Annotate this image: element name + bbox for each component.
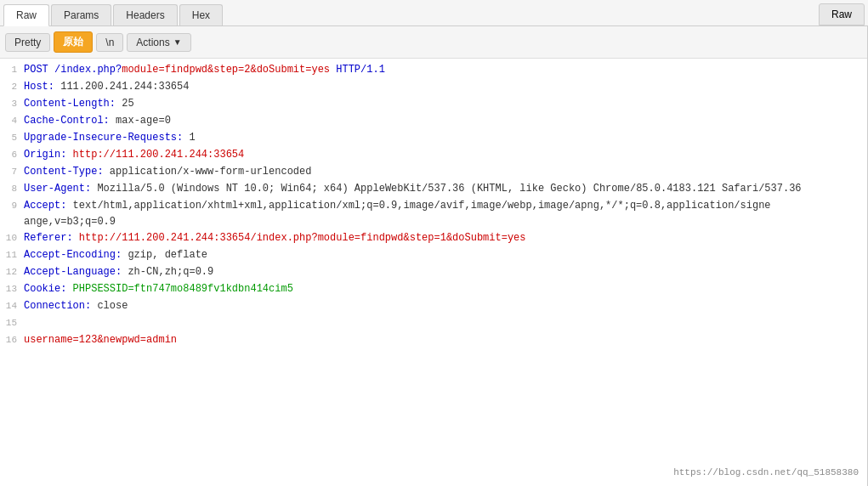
- line-number: 1: [0, 62, 24, 78]
- text-segment: Referer:: [24, 232, 79, 244]
- text-segment: http://111.200.241.244:33654/index.php?m…: [79, 232, 526, 244]
- text-segment: zh-CN,zh;q=0.9: [128, 266, 213, 278]
- line-content: username=123&newpwd=admin: [24, 332, 867, 348]
- actions-button[interactable]: Actions ▼: [127, 33, 190, 52]
- table-row: 7Content-Type: application/x-www-form-ur…: [0, 164, 867, 181]
- line-number: 14: [0, 298, 24, 314]
- tab-headers[interactable]: Headers: [113, 4, 177, 25]
- line-content: Cache-Control: max-age=0: [24, 113, 867, 129]
- line-number: 10: [0, 230, 24, 246]
- line-content: Upgrade-Insecure-Requests: 1: [24, 130, 867, 146]
- line-number: 3: [0, 96, 24, 112]
- line-content: Content-Type: application/x-www-form-url…: [24, 164, 867, 180]
- line-content: Content-Length: 25: [24, 96, 867, 112]
- content-area[interactable]: 1POST /index.php?module=findpwd&step=2&d…: [0, 59, 867, 486]
- line-number: 6: [0, 147, 24, 163]
- text-segment: 111.200.241.244:33654: [60, 81, 189, 93]
- line-number: 2: [0, 79, 24, 95]
- table-row: 11Accept-Encoding: gzip, deflate: [0, 247, 867, 264]
- line-content: Accept: text/html,application/xhtml+xml,…: [24, 198, 867, 230]
- line-number: 15: [0, 315, 24, 331]
- table-row: 9Accept: text/html,application/xhtml+xml…: [0, 198, 867, 230]
- text-segment: Content-Type:: [24, 166, 110, 178]
- top-right-raw-button[interactable]: Raw: [819, 3, 865, 25]
- text-segment: text/html,application/xhtml+xml,applicat…: [24, 200, 771, 228]
- table-row: 8User-Agent: Mozilla/5.0 (Windows NT 10.…: [0, 181, 867, 198]
- text-segment: 1: [189, 132, 195, 144]
- text-segment: Cookie:: [24, 283, 73, 295]
- table-row: 2Host: 111.200.241.244:33654: [0, 79, 867, 96]
- text-segment: Connection:: [24, 300, 97, 312]
- line-number: 9: [0, 198, 24, 214]
- line-number: 11: [0, 247, 24, 263]
- text-segment: Cache-Control:: [24, 115, 116, 127]
- line-number: 7: [0, 164, 24, 180]
- text-segment: Origin:: [24, 149, 73, 161]
- newline-button[interactable]: \n: [96, 33, 123, 52]
- text-segment: Host:: [24, 81, 60, 93]
- table-row: 12Accept-Language: zh-CN,zh;q=0.9: [0, 264, 867, 281]
- text-segment: Upgrade-Insecure-Requests:: [24, 132, 189, 144]
- table-row: 6Origin: http://111.200.241.244:33654: [0, 147, 867, 164]
- table-row: 10Referer: http://111.200.241.244:33654/…: [0, 230, 867, 247]
- line-number: 16: [0, 332, 24, 348]
- left-panel: Pretty 原始 \n Actions ▼ 1POST /index.php?…: [0, 26, 868, 486]
- tab-raw[interactable]: Raw: [3, 4, 49, 26]
- text-segment: PHPSESSID=ftn747mo8489fv1kdbn414cim5: [73, 283, 293, 295]
- line-content: Accept-Language: zh-CN,zh;q=0.9: [24, 264, 867, 280]
- table-row: 13Cookie: PHPSESSID=ftn747mo8489fv1kdbn4…: [0, 281, 867, 298]
- sub-toolbar: Pretty 原始 \n Actions ▼: [0, 26, 867, 59]
- line-number: 12: [0, 264, 24, 280]
- text-segment: http://111.200.241.244:33654: [73, 149, 245, 161]
- text-segment: module=findpwd&step=2&doSubmit=yes: [122, 64, 330, 76]
- text-segment: username=123&newpwd=admin: [24, 334, 177, 346]
- text-segment: gzip, deflate: [128, 249, 207, 261]
- line-number: 8: [0, 181, 24, 197]
- text-segment: Accept-Language:: [24, 266, 128, 278]
- line-content: Origin: http://111.200.241.244:33654: [24, 147, 867, 163]
- line-content: User-Agent: Mozilla/5.0 (Windows NT 10.0…: [24, 181, 867, 197]
- table-row: 3Content-Length: 25: [0, 96, 867, 113]
- line-content: POST /index.php?module=findpwd&step=2&do…: [24, 62, 867, 78]
- text-segment: Mozilla/5.0 (Windows NT 10.0; Win64; x64…: [97, 183, 801, 195]
- text-segment: User-Agent:: [24, 183, 97, 195]
- line-content: Connection: close: [24, 298, 867, 314]
- watermark: https://blog.csdn.net/qq_51858380: [673, 466, 859, 481]
- table-row: 15: [0, 315, 867, 332]
- line-content: Accept-Encoding: gzip, deflate: [24, 247, 867, 263]
- main-area: Pretty 原始 \n Actions ▼ 1POST /index.php?…: [0, 26, 868, 486]
- text-segment: Content-Length:: [24, 98, 122, 110]
- chevron-down-icon: ▼: [173, 37, 182, 47]
- text-segment: Accept-Encoding:: [24, 249, 128, 261]
- text-segment: close: [97, 300, 128, 312]
- line-number: 13: [0, 281, 24, 297]
- table-row: 14Connection: close: [0, 298, 867, 315]
- line-number: 4: [0, 113, 24, 129]
- line-content: Host: 111.200.241.244:33654: [24, 79, 867, 95]
- table-row: 16username=123&newpwd=admin: [0, 332, 867, 349]
- text-segment: 25: [122, 98, 133, 110]
- text-segment: HTTP/1.1: [330, 64, 385, 76]
- raw-button[interactable]: 原始: [54, 31, 93, 53]
- tab-params[interactable]: Params: [51, 4, 111, 25]
- tab-hex[interactable]: Hex: [179, 4, 223, 25]
- table-row: 4Cache-Control: max-age=0: [0, 113, 867, 130]
- text-segment: max-age=0: [116, 115, 171, 127]
- text-segment: application/x-www-form-urlencoded: [110, 166, 312, 178]
- text-segment: POST /index.php?: [24, 64, 122, 76]
- table-row: 5Upgrade-Insecure-Requests: 1: [0, 130, 867, 147]
- line-content: Referer: http://111.200.241.244:33654/in…: [24, 230, 867, 246]
- actions-label: Actions: [136, 37, 169, 48]
- text-segment: Accept:: [24, 200, 73, 212]
- top-tab-bar: Raw Params Headers Hex Raw: [0, 0, 868, 26]
- line-content: Cookie: PHPSESSID=ftn747mo8489fv1kdbn414…: [24, 281, 867, 297]
- pretty-button[interactable]: Pretty: [5, 33, 50, 52]
- table-row: 1POST /index.php?module=findpwd&step=2&d…: [0, 62, 867, 79]
- line-number: 5: [0, 130, 24, 146]
